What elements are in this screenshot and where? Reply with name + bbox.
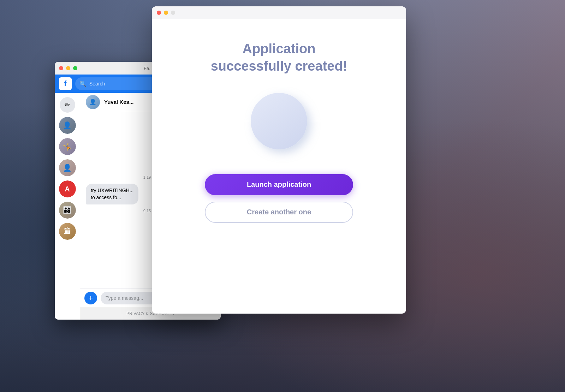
- contact-avatar-2[interactable]: 🤸: [59, 138, 76, 155]
- success-title: Application successfully created!: [211, 40, 347, 75]
- search-icon: 🔍: [79, 81, 87, 87]
- success-icon-section: [166, 93, 392, 149]
- message-bubble-2: try UXWRITINGH...to access fo...: [86, 184, 138, 204]
- fb-maximize-dot[interactable]: [73, 66, 77, 70]
- success-line2: successfully created!: [211, 59, 347, 73]
- fb-minimize-dot[interactable]: [66, 66, 70, 70]
- main-close-dot[interactable]: [157, 11, 161, 15]
- contact-avatar-4[interactable]: A: [59, 180, 76, 197]
- main-titlebar: [152, 6, 406, 19]
- fb-close-dot[interactable]: [59, 66, 63, 70]
- fb-contacts-sidebar: ✏ 👤 🤸 👤 A 👨‍👩‍👦 🏛: [55, 93, 80, 320]
- contact-avatar-5[interactable]: 👨‍👩‍👦: [59, 202, 76, 219]
- contact-avatar-3[interactable]: 👤: [59, 159, 76, 176]
- main-minimize-dot[interactable]: [164, 11, 168, 15]
- chat-contact-name: Yuval Kes...: [104, 99, 133, 105]
- contact-avatar-6[interactable]: 🏛: [59, 223, 76, 240]
- success-icon: [251, 93, 307, 149]
- compose-button[interactable]: ✏: [60, 97, 75, 113]
- main-maximize-dot: [171, 11, 175, 15]
- launch-application-button[interactable]: Launch application: [205, 174, 353, 195]
- success-content: Application successfully created! Launch…: [152, 19, 406, 314]
- attachment-button[interactable]: +: [84, 292, 97, 304]
- fb-logo: f: [59, 77, 72, 90]
- create-another-button[interactable]: Create another one: [205, 202, 353, 223]
- contact-avatar-1[interactable]: 👤: [59, 117, 76, 134]
- main-app-window: Application successfully created! Launch…: [152, 6, 406, 314]
- chat-contact-avatar: 👤: [86, 95, 100, 109]
- success-line1: Application: [243, 41, 316, 56]
